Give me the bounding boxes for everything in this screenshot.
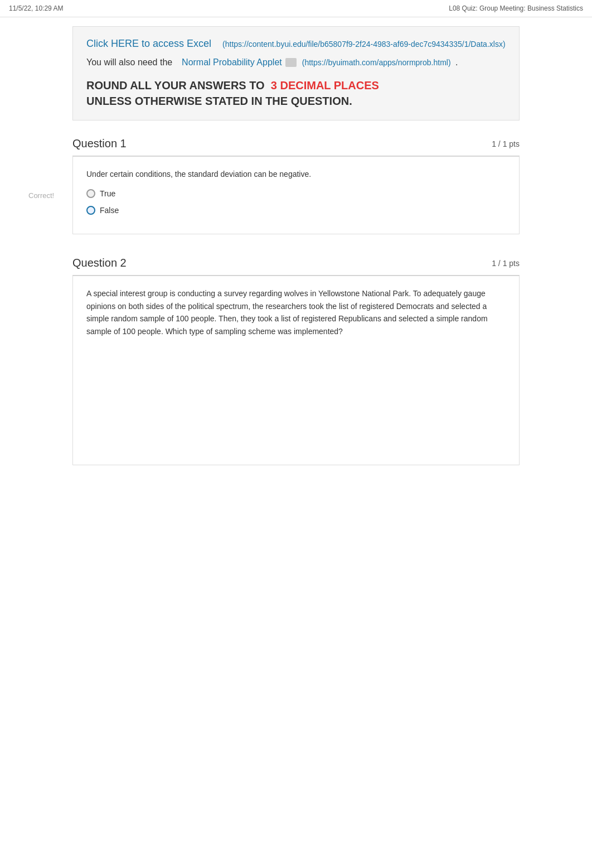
intro-block: Click HERE to access Excel (https://cont… [72,26,520,120]
dot-separator: . [453,57,458,67]
normal-prob-url-link[interactable]: (https://byuimath.com/apps/normprob.html… [302,58,451,67]
normal-prob-link[interactable]: Normal Probability Applet [182,57,282,67]
question-2-container: Question 2 1 / 1 pts A special interest … [72,251,520,465]
question-2-body: A special interest group is conducting a… [72,276,520,465]
radio-false[interactable] [86,206,95,215]
page-header: 11/5/22, 10:29 AM L08 Quiz: Group Meetin… [0,0,592,17]
answer-true[interactable]: True [86,189,506,198]
answer-true-label: True [100,189,115,198]
round-notice: ROUND ALL YOUR ANSWERS TO 3 DECIMAL PLAC… [86,78,506,109]
lock-icon [285,58,297,67]
question-1-container: Question 1 1 / 1 pts Correct! Under cert… [72,132,520,234]
question-2-pts: 1 / 1 pts [492,259,520,268]
question-2-text: A special interest group is conducting a… [86,287,506,337]
excel-link[interactable]: Click HERE to access Excel [86,38,214,49]
answer-false[interactable]: False [86,206,506,215]
excel-url-link[interactable]: (https://content.byui.edu/file/b65807f9-… [222,40,505,49]
radio-true[interactable] [86,189,95,198]
timestamp: 11/5/22, 10:29 AM [9,4,63,12]
question-1-header: Question 1 1 / 1 pts [72,132,520,156]
question-1-body: Correct! Under certain conditions, the s… [72,156,520,234]
question-1-text: Under certain conditions, the standard d… [86,168,506,180]
correct-annotation: Correct! [28,191,54,200]
question-1-pts: 1 / 1 pts [492,139,520,148]
normal-prob-prefix: You will also need the [86,57,172,67]
question-2-header: Question 2 1 / 1 pts [72,251,520,276]
question-2-title: Question 2 [72,257,127,269]
question-1-title: Question 1 [72,137,127,150]
page-title: L08 Quiz: Group Meeting: Business Statis… [449,4,583,12]
answer-false-label: False [100,206,119,215]
